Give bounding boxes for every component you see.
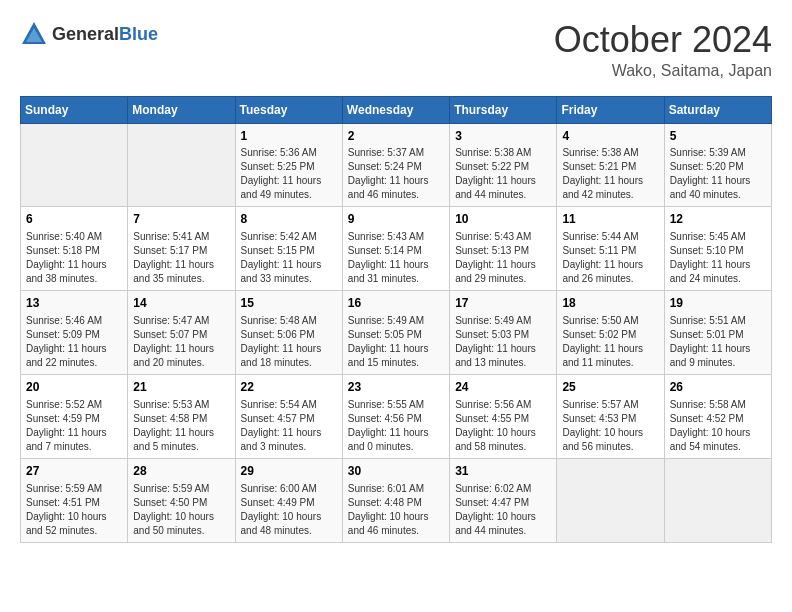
calendar-cell: 2Sunrise: 5:37 AM Sunset: 5:24 PM Daylig… — [342, 123, 449, 207]
day-number: 5 — [670, 128, 766, 145]
weekday-header-sunday: Sunday — [21, 96, 128, 123]
calendar-cell: 24Sunrise: 5:56 AM Sunset: 4:55 PM Dayli… — [450, 374, 557, 458]
day-info: Sunrise: 5:42 AM Sunset: 5:15 PM Dayligh… — [241, 230, 337, 286]
day-info: Sunrise: 6:02 AM Sunset: 4:47 PM Dayligh… — [455, 482, 551, 538]
day-info: Sunrise: 5:59 AM Sunset: 4:51 PM Dayligh… — [26, 482, 122, 538]
weekday-header-thursday: Thursday — [450, 96, 557, 123]
day-info: Sunrise: 5:56 AM Sunset: 4:55 PM Dayligh… — [455, 398, 551, 454]
calendar-cell: 31Sunrise: 6:02 AM Sunset: 4:47 PM Dayli… — [450, 458, 557, 542]
day-number: 22 — [241, 379, 337, 396]
calendar-cell: 6Sunrise: 5:40 AM Sunset: 5:18 PM Daylig… — [21, 207, 128, 291]
calendar-table: SundayMondayTuesdayWednesdayThursdayFrid… — [20, 96, 772, 543]
calendar-cell: 5Sunrise: 5:39 AM Sunset: 5:20 PM Daylig… — [664, 123, 771, 207]
calendar-cell: 29Sunrise: 6:00 AM Sunset: 4:49 PM Dayli… — [235, 458, 342, 542]
calendar-cell — [128, 123, 235, 207]
day-info: Sunrise: 5:52 AM Sunset: 4:59 PM Dayligh… — [26, 398, 122, 454]
day-number: 3 — [455, 128, 551, 145]
day-number: 14 — [133, 295, 229, 312]
logo-icon — [20, 20, 48, 48]
day-info: Sunrise: 5:39 AM Sunset: 5:20 PM Dayligh… — [670, 146, 766, 202]
day-info: Sunrise: 5:51 AM Sunset: 5:01 PM Dayligh… — [670, 314, 766, 370]
calendar-week-row: 13Sunrise: 5:46 AM Sunset: 5:09 PM Dayli… — [21, 291, 772, 375]
day-info: Sunrise: 5:38 AM Sunset: 5:21 PM Dayligh… — [562, 146, 658, 202]
weekday-header-friday: Friday — [557, 96, 664, 123]
calendar-header: SundayMondayTuesdayWednesdayThursdayFrid… — [21, 96, 772, 123]
calendar-cell: 4Sunrise: 5:38 AM Sunset: 5:21 PM Daylig… — [557, 123, 664, 207]
day-number: 6 — [26, 211, 122, 228]
weekday-header-wednesday: Wednesday — [342, 96, 449, 123]
calendar-cell — [21, 123, 128, 207]
day-number: 7 — [133, 211, 229, 228]
day-info: Sunrise: 5:55 AM Sunset: 4:56 PM Dayligh… — [348, 398, 444, 454]
day-number: 29 — [241, 463, 337, 480]
calendar-cell: 25Sunrise: 5:57 AM Sunset: 4:53 PM Dayli… — [557, 374, 664, 458]
day-number: 28 — [133, 463, 229, 480]
calendar-cell: 15Sunrise: 5:48 AM Sunset: 5:06 PM Dayli… — [235, 291, 342, 375]
calendar-week-row: 1Sunrise: 5:36 AM Sunset: 5:25 PM Daylig… — [21, 123, 772, 207]
logo-blue-text: Blue — [119, 24, 158, 44]
weekday-header-saturday: Saturday — [664, 96, 771, 123]
calendar-cell: 1Sunrise: 5:36 AM Sunset: 5:25 PM Daylig… — [235, 123, 342, 207]
logo-general-text: General — [52, 24, 119, 44]
day-number: 27 — [26, 463, 122, 480]
day-number: 13 — [26, 295, 122, 312]
day-info: Sunrise: 5:50 AM Sunset: 5:02 PM Dayligh… — [562, 314, 658, 370]
calendar-cell — [557, 458, 664, 542]
calendar-cell: 20Sunrise: 5:52 AM Sunset: 4:59 PM Dayli… — [21, 374, 128, 458]
day-number: 11 — [562, 211, 658, 228]
day-info: Sunrise: 6:00 AM Sunset: 4:49 PM Dayligh… — [241, 482, 337, 538]
day-number: 31 — [455, 463, 551, 480]
day-number: 1 — [241, 128, 337, 145]
day-info: Sunrise: 5:59 AM Sunset: 4:50 PM Dayligh… — [133, 482, 229, 538]
month-title: October 2024 — [554, 20, 772, 60]
logo: GeneralBlue — [20, 20, 158, 48]
day-info: Sunrise: 5:53 AM Sunset: 4:58 PM Dayligh… — [133, 398, 229, 454]
day-info: Sunrise: 5:49 AM Sunset: 5:03 PM Dayligh… — [455, 314, 551, 370]
day-info: Sunrise: 6:01 AM Sunset: 4:48 PM Dayligh… — [348, 482, 444, 538]
calendar-body: 1Sunrise: 5:36 AM Sunset: 5:25 PM Daylig… — [21, 123, 772, 542]
day-number: 8 — [241, 211, 337, 228]
day-number: 10 — [455, 211, 551, 228]
weekday-header-row: SundayMondayTuesdayWednesdayThursdayFrid… — [21, 96, 772, 123]
calendar-cell: 22Sunrise: 5:54 AM Sunset: 4:57 PM Dayli… — [235, 374, 342, 458]
calendar-cell: 8Sunrise: 5:42 AM Sunset: 5:15 PM Daylig… — [235, 207, 342, 291]
day-info: Sunrise: 5:46 AM Sunset: 5:09 PM Dayligh… — [26, 314, 122, 370]
day-info: Sunrise: 5:41 AM Sunset: 5:17 PM Dayligh… — [133, 230, 229, 286]
day-info: Sunrise: 5:43 AM Sunset: 5:13 PM Dayligh… — [455, 230, 551, 286]
day-number: 17 — [455, 295, 551, 312]
day-number: 18 — [562, 295, 658, 312]
day-number: 26 — [670, 379, 766, 396]
calendar-week-row: 27Sunrise: 5:59 AM Sunset: 4:51 PM Dayli… — [21, 458, 772, 542]
day-info: Sunrise: 5:38 AM Sunset: 5:22 PM Dayligh… — [455, 146, 551, 202]
day-info: Sunrise: 5:58 AM Sunset: 4:52 PM Dayligh… — [670, 398, 766, 454]
day-info: Sunrise: 5:54 AM Sunset: 4:57 PM Dayligh… — [241, 398, 337, 454]
calendar-cell: 23Sunrise: 5:55 AM Sunset: 4:56 PM Dayli… — [342, 374, 449, 458]
day-number: 15 — [241, 295, 337, 312]
day-number: 23 — [348, 379, 444, 396]
calendar-week-row: 6Sunrise: 5:40 AM Sunset: 5:18 PM Daylig… — [21, 207, 772, 291]
day-number: 12 — [670, 211, 766, 228]
calendar-cell: 12Sunrise: 5:45 AM Sunset: 5:10 PM Dayli… — [664, 207, 771, 291]
calendar-cell: 30Sunrise: 6:01 AM Sunset: 4:48 PM Dayli… — [342, 458, 449, 542]
day-info: Sunrise: 5:44 AM Sunset: 5:11 PM Dayligh… — [562, 230, 658, 286]
calendar-cell: 13Sunrise: 5:46 AM Sunset: 5:09 PM Dayli… — [21, 291, 128, 375]
calendar-cell: 19Sunrise: 5:51 AM Sunset: 5:01 PM Dayli… — [664, 291, 771, 375]
day-info: Sunrise: 5:57 AM Sunset: 4:53 PM Dayligh… — [562, 398, 658, 454]
day-number: 19 — [670, 295, 766, 312]
day-info: Sunrise: 5:36 AM Sunset: 5:25 PM Dayligh… — [241, 146, 337, 202]
calendar-cell: 18Sunrise: 5:50 AM Sunset: 5:02 PM Dayli… — [557, 291, 664, 375]
title-area: October 2024 Wako, Saitama, Japan — [554, 20, 772, 80]
day-number: 21 — [133, 379, 229, 396]
calendar-cell: 28Sunrise: 5:59 AM Sunset: 4:50 PM Dayli… — [128, 458, 235, 542]
day-number: 9 — [348, 211, 444, 228]
weekday-header-monday: Monday — [128, 96, 235, 123]
day-number: 30 — [348, 463, 444, 480]
calendar-cell: 11Sunrise: 5:44 AM Sunset: 5:11 PM Dayli… — [557, 207, 664, 291]
weekday-header-tuesday: Tuesday — [235, 96, 342, 123]
day-info: Sunrise: 5:37 AM Sunset: 5:24 PM Dayligh… — [348, 146, 444, 202]
calendar-cell: 7Sunrise: 5:41 AM Sunset: 5:17 PM Daylig… — [128, 207, 235, 291]
calendar-cell: 9Sunrise: 5:43 AM Sunset: 5:14 PM Daylig… — [342, 207, 449, 291]
calendar-week-row: 20Sunrise: 5:52 AM Sunset: 4:59 PM Dayli… — [21, 374, 772, 458]
day-number: 16 — [348, 295, 444, 312]
calendar-cell: 3Sunrise: 5:38 AM Sunset: 5:22 PM Daylig… — [450, 123, 557, 207]
